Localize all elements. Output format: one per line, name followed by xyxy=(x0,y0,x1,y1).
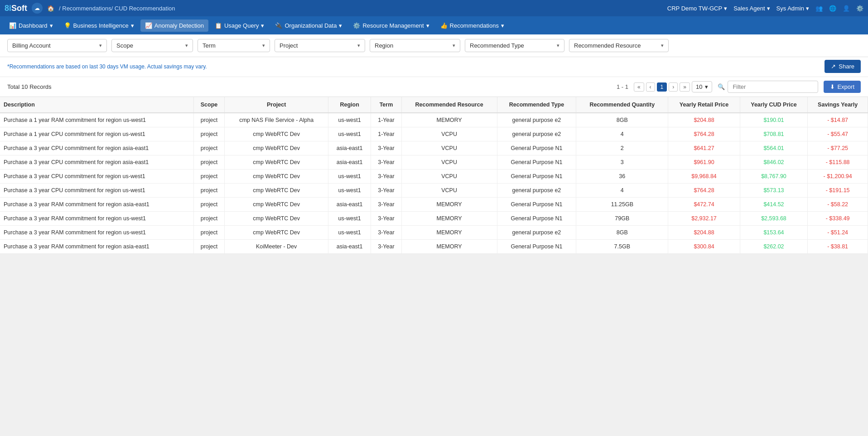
chevron-recommendations: ▾ xyxy=(501,22,504,29)
recommended-type-filter[interactable]: Recommended Type ▾ xyxy=(465,39,564,52)
cell-recommended-resource: VCPU xyxy=(401,141,497,155)
page-range: 1 - 1 xyxy=(617,83,628,90)
chevron-scope: ▾ xyxy=(185,43,188,48)
col-savings-yearly: Savings Yearly xyxy=(808,97,868,113)
cell-savings-yearly: - $115.88 xyxy=(808,155,868,170)
sidebar-item-organizational-data[interactable]: 🔌 Organizational Data ▾ xyxy=(270,19,347,32)
cell-description: Purchase a 1 year RAM commitment for reg… xyxy=(0,113,193,127)
cell-yearly-cud-price: $8,767.90 xyxy=(740,170,808,184)
project-filter[interactable]: Project ▾ xyxy=(275,39,365,52)
col-description: Description xyxy=(0,97,193,113)
settings-icon[interactable]: ⚙️ xyxy=(856,5,863,12)
cell-project: KoiMeeter - Dev xyxy=(225,240,328,254)
cell-description: Purchase a 3 year RAM commitment for reg… xyxy=(0,198,193,212)
sidebar-item-business-intelligence[interactable]: 💡 Business Intelligence ▾ xyxy=(59,19,139,32)
cell-project: cmp WebRTC Dev xyxy=(225,170,328,184)
cell-region: us-west1 xyxy=(328,170,371,184)
cell-region: asia-east1 xyxy=(328,198,371,212)
cell-savings-yearly: - $38.81 xyxy=(808,240,868,254)
page-size-value: 10 xyxy=(696,83,702,90)
users-icon[interactable]: 👥 xyxy=(815,5,823,12)
home-icon: 🏠 xyxy=(47,5,54,12)
cell-scope: project xyxy=(193,198,225,212)
top-bar-right: CRP Demo TW-GCP ▾ Sales Agent ▾ Sys Admi… xyxy=(667,5,863,12)
cell-region: asia-east1 xyxy=(328,155,371,170)
globe-icon[interactable]: 🌐 xyxy=(829,5,836,12)
cell-recommended-type: General Purpose N1 xyxy=(497,155,576,170)
sidebar-item-anomaly-detection[interactable]: 📈 Anomaly Detection xyxy=(140,19,208,32)
cell-term: 3-Year xyxy=(371,212,401,226)
cell-term: 3-Year xyxy=(371,170,401,184)
cell-yearly-cud-price: $153.64 xyxy=(740,226,808,240)
cell-recommended-resource: MEMORY xyxy=(401,226,497,240)
first-page-button[interactable]: « xyxy=(634,82,644,92)
recommended-type-label: Recommended Type xyxy=(470,42,524,49)
last-page-button[interactable]: » xyxy=(680,82,690,92)
export-button[interactable]: ⬇ Export xyxy=(824,81,861,93)
pagination: 1 - 1 « ‹ 1 › » 10 ▾ xyxy=(613,81,713,92)
sys-admin-dropdown[interactable]: Sys Admin ▾ xyxy=(776,5,809,12)
region-label: Region xyxy=(375,42,393,49)
term-label: Term xyxy=(203,42,216,49)
region-filter[interactable]: Region ▾ xyxy=(370,39,460,52)
col-recommended-quantity: Recommended Quantity xyxy=(576,97,668,113)
chevron-org: ▾ xyxy=(339,22,342,29)
sidebar-item-dashboard[interactable]: 📊 Dashboard ▾ xyxy=(5,19,58,32)
chevron-resource: ▾ xyxy=(426,22,429,29)
menu-label-usage: Usage Query xyxy=(224,22,259,29)
cell-scope: project xyxy=(193,170,225,184)
term-filter[interactable]: Term ▾ xyxy=(198,39,270,52)
filter-row: Billing Account ▾ Scope ▾ Term ▾ Project… xyxy=(0,34,868,57)
scope-filter[interactable]: Scope ▾ xyxy=(111,39,193,52)
prev-page-button[interactable]: ‹ xyxy=(646,82,655,92)
cell-recommended-type: General Purpose N1 xyxy=(497,141,576,155)
cell-recommended-type: general purpose e2 xyxy=(497,226,576,240)
search-area: 🔍 xyxy=(718,81,818,93)
sales-agent-dropdown[interactable]: Sales Agent ▾ xyxy=(733,5,770,12)
cell-yearly-cud-price: $190.01 xyxy=(740,113,808,127)
cell-yearly-cud-price: $564.01 xyxy=(740,141,808,155)
cell-project: cmp WebRTC Dev xyxy=(225,198,328,212)
cell-description: Purchase a 3 year CPU commitment for reg… xyxy=(0,184,193,198)
cell-recommended-quantity: 7.5GB xyxy=(576,240,668,254)
cell-savings-yearly: - $55.47 xyxy=(808,127,868,141)
cell-recommended-quantity: 3 xyxy=(576,155,668,170)
share-button[interactable]: ↗ Share xyxy=(825,60,861,73)
filter-input[interactable] xyxy=(728,81,818,93)
menu-label-bi: Business Intelligence xyxy=(73,22,129,29)
account-label: CRP Demo TW-GCP xyxy=(667,5,722,12)
cell-recommended-resource: VCPU xyxy=(401,170,497,184)
chevron-down-icon: ▾ xyxy=(724,5,727,12)
cell-region: asia-east1 xyxy=(328,141,371,155)
recommended-resource-filter[interactable]: Recommended Resource ▾ xyxy=(569,39,669,52)
chevron-rec-type: ▾ xyxy=(557,43,559,48)
col-scope: Scope xyxy=(193,97,225,113)
cell-scope: project xyxy=(193,226,225,240)
sidebar-item-resource-management[interactable]: ⚙️ Resource Management ▾ xyxy=(348,19,434,32)
cell-project: cmp WebRTC Dev xyxy=(225,155,328,170)
chevron-billing: ▾ xyxy=(99,43,102,48)
billing-account-filter[interactable]: Billing Account ▾ xyxy=(7,39,107,52)
page-1-button[interactable]: 1 xyxy=(657,82,667,92)
chevron-term: ▾ xyxy=(262,43,265,48)
cell-description: Purchase a 3 year RAM commitment for reg… xyxy=(0,226,193,240)
page-size-select[interactable]: 10 ▾ xyxy=(692,81,712,92)
cell-yearly-cud-price: $262.02 xyxy=(740,240,808,254)
cell-recommended-quantity: 2 xyxy=(576,141,668,155)
recommended-resource-label: Recommended Resource xyxy=(574,42,641,49)
cell-description: Purchase a 1 year CPU commitment for reg… xyxy=(0,127,193,141)
info-text: *Recommendations are based on last 30 da… xyxy=(7,63,207,70)
sidebar-item-usage-query[interactable]: 📋 Usage Query ▾ xyxy=(210,19,269,32)
cell-recommended-quantity: 79GB xyxy=(576,212,668,226)
cell-region: us-west1 xyxy=(328,226,371,240)
cell-project: cmp WebRTC Dev xyxy=(225,212,328,226)
table-row: Purchase a 1 year RAM commitment for reg… xyxy=(0,113,868,127)
cell-term: 3-Year xyxy=(371,240,401,254)
chevron-project: ▾ xyxy=(357,43,360,48)
sidebar-item-recommendations[interactable]: 👍 Recommendations ▾ xyxy=(436,19,509,32)
cell-scope: project xyxy=(193,155,225,170)
next-page-button[interactable]: › xyxy=(669,82,678,92)
account-dropdown[interactable]: CRP Demo TW-GCP ▾ xyxy=(667,5,727,12)
cell-term: 3-Year xyxy=(371,198,401,212)
user-icon[interactable]: 👤 xyxy=(843,5,850,12)
